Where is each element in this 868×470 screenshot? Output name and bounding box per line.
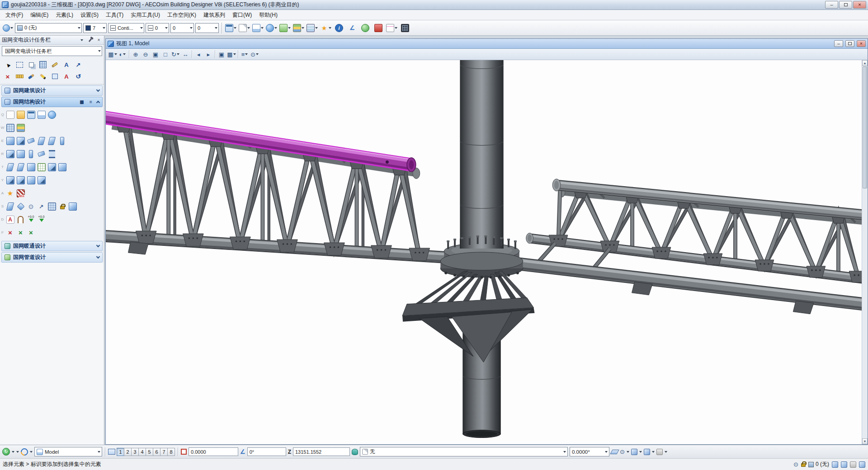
view-toggle-1[interactable]: 1 <box>117 448 124 456</box>
viewport[interactable]: ▲ ▼ <box>106 60 868 444</box>
window-area-button[interactable]: ▣ <box>151 50 160 59</box>
active-template-button[interactable] <box>2 22 14 34</box>
active-linestyle-combo[interactable]: Conti... <box>108 23 144 33</box>
measure-tool[interactable] <box>14 70 25 82</box>
markup-button[interactable] <box>373 22 384 34</box>
menu-utilities[interactable]: 实用工具(U) <box>127 10 164 20</box>
slab-tool[interactable] <box>5 149 15 159</box>
rotate-view-button[interactable]: ↻ <box>171 50 180 59</box>
acs-angle-combo[interactable]: 0.0000° <box>570 447 609 456</box>
angle-field[interactable] <box>247 447 286 456</box>
assembly-tool-4[interactable] <box>36 175 47 185</box>
publish-tool[interactable] <box>47 109 57 120</box>
grid-tool[interactable] <box>37 59 49 70</box>
active-class-combo[interactable]: 0 <box>170 23 194 33</box>
elevation-tool-1[interactable]: +0.0 <box>26 214 36 225</box>
place-plate-tool[interactable] <box>26 136 36 146</box>
menu-element[interactable]: 元素(L) <box>52 10 77 20</box>
bolt-tool[interactable]: ⊙ <box>26 201 36 212</box>
opening-tool[interactable] <box>15 214 26 225</box>
scroll-down-icon[interactable]: ▼ <box>862 438 868 444</box>
x-lock-icon[interactable] <box>181 449 187 455</box>
angle-icon[interactable]: ∠ <box>240 448 245 455</box>
layers-tool[interactable] <box>15 122 26 133</box>
references-button[interactable] <box>252 22 264 34</box>
check-green-tool-2[interactable]: × <box>26 227 36 238</box>
view-attributes-button[interactable]: ▦ <box>108 50 117 59</box>
lock-icon[interactable] <box>801 463 806 467</box>
node-tool[interactable] <box>15 201 26 212</box>
ibeam-tool[interactable] <box>47 149 57 159</box>
active-lineweight-combo[interactable]: 0 <box>146 23 169 33</box>
view-previous-button[interactable]: ◂ <box>194 50 203 59</box>
schedule-tool[interactable] <box>36 162 47 172</box>
status-indicator-icon[interactable] <box>850 461 856 468</box>
export-rfa-tool[interactable]: RFA <box>15 188 26 198</box>
view-restore-button[interactable] <box>845 40 854 47</box>
assembly-tool-1[interactable] <box>5 175 15 185</box>
elevation-tool-2[interactable]: +0.0 <box>36 214 47 225</box>
acs-combo[interactable]: 无 <box>360 447 568 456</box>
place-brace-tool[interactable] <box>36 136 47 146</box>
delete-red-tool[interactable]: × <box>5 227 15 238</box>
render-tool[interactable]: ★ <box>5 188 15 198</box>
place-shape-tool[interactable] <box>49 70 61 82</box>
sheet-model-tool[interactable] <box>36 109 47 120</box>
menu-building-series[interactable]: 建筑系列 <box>200 10 229 20</box>
point-clouds-button[interactable] <box>279 22 291 34</box>
section-hvac-design[interactable]: 国网暖通设计 <box>1 241 103 251</box>
menu-file[interactable]: 文件(F) <box>2 10 27 20</box>
running-coordinates-icon[interactable] <box>631 449 637 455</box>
diagonal-tool[interactable] <box>36 149 47 159</box>
active-level-combo[interactable]: 0 (无) <box>15 23 82 33</box>
label-tool[interactable]: A <box>5 214 15 225</box>
bracket-tool[interactable] <box>5 201 15 212</box>
layout-list-icon[interactable]: ≡ <box>88 99 94 104</box>
scroll-up-icon[interactable]: ▲ <box>862 60 868 66</box>
chevron-down-icon[interactable] <box>16 451 19 454</box>
view-groups-icon[interactable] <box>108 449 115 455</box>
splice-tool[interactable] <box>47 162 57 172</box>
view-list-button[interactable]: ≡ <box>240 50 249 59</box>
place-column-tool[interactable] <box>57 136 67 146</box>
grid-layout-tool[interactable] <box>5 122 15 133</box>
view-close-button[interactable]: × <box>857 40 866 47</box>
copy-view-button[interactable]: ▣ <box>217 50 226 59</box>
chevron-down-icon[interactable] <box>627 451 629 454</box>
assembly-tool-3[interactable] <box>26 175 36 185</box>
trim-tool[interactable] <box>26 162 36 172</box>
view-toggle-5[interactable]: 5 <box>146 448 153 456</box>
copy-tool[interactable] <box>25 59 37 70</box>
view-toggle-4[interactable]: 4 <box>138 448 146 456</box>
panel-menu-button[interactable] <box>78 37 85 43</box>
tentative-target-icon[interactable]: ⊙ <box>620 448 625 455</box>
menu-window[interactable]: 窗口(W) <box>229 10 255 20</box>
status-indicator-icon[interactable] <box>832 461 838 468</box>
section-arch-design[interactable]: 国网建筑设计 <box>1 85 103 96</box>
viewport-3d-model[interactable] <box>106 60 862 444</box>
minimize-button[interactable]: – <box>825 1 838 9</box>
zoom-in-button[interactable]: ⊕ <box>131 50 140 59</box>
status-indicator-icon[interactable] <box>859 461 865 468</box>
section-struct-design[interactable]: 国网结构设计 ▦ ≡ <box>1 97 103 107</box>
view-minimize-button[interactable]: – <box>834 40 843 47</box>
work-mode-icon[interactable] <box>644 449 650 455</box>
cells-button[interactable]: ★ <box>320 22 332 34</box>
pan-view-button[interactable]: ↔ <box>181 50 190 59</box>
close-button[interactable]: × <box>853 1 866 9</box>
element-information-button[interactable]: i <box>333 22 345 34</box>
display-style-button[interactable]: ◐ <box>118 50 127 59</box>
saved-views-button[interactable] <box>292 22 305 34</box>
menu-help[interactable]: 帮助(H) <box>255 10 281 20</box>
move-tool[interactable]: ↗ <box>72 59 84 70</box>
active-color-combo[interactable]: 7 <box>83 23 107 33</box>
accudraw-rotation-icon[interactable] <box>19 446 30 457</box>
x-coordinate-field[interactable] <box>189 447 238 456</box>
place-box-tool[interactable] <box>15 136 26 146</box>
scrollbar-track[interactable] <box>862 189 868 438</box>
joint-tool[interactable] <box>57 162 67 172</box>
zoom-out-button[interactable]: ⊖ <box>141 50 150 59</box>
element-selection-tool[interactable]: ▲ <box>2 59 14 70</box>
view-scrollbar[interactable]: ▲ ▼ <box>862 60 868 444</box>
snap-target-icon[interactable]: ⊙ <box>793 461 798 468</box>
